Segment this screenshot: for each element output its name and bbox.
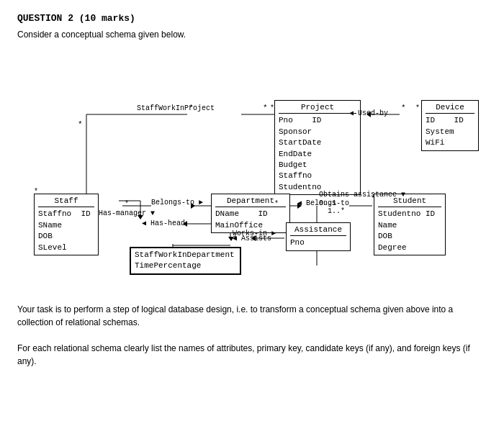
svg-text:*: * xyxy=(401,104,406,112)
department-fields: DName IDMainOffice xyxy=(215,209,286,231)
obtains-label: Obtains-assistance ▼ xyxy=(319,191,405,199)
assists-label: ◀ Assists xyxy=(233,234,271,243)
star-device: * xyxy=(415,104,420,112)
belongsto-student-cardinality: 1..* xyxy=(328,207,345,215)
device-title: Device xyxy=(426,102,474,114)
footer-line2: For each relational schema clearly list … xyxy=(17,342,487,368)
staffworkinproject-label: StaffWorkInProject xyxy=(137,104,215,112)
project-fields: Pno IDSponsorStartDateEndDateBudgetStaff… xyxy=(279,115,356,193)
student-entity: Student Studentno IDNameDOBDegree xyxy=(374,194,446,255)
star-staff-top: * xyxy=(34,188,38,196)
staff-entity: Staff Staffno IDSNameDOBSLevel xyxy=(34,194,99,255)
swd-line2: TimePercentage xyxy=(135,260,236,271)
assistance-fields: Pno xyxy=(290,237,346,248)
staff-title: Staff xyxy=(38,196,94,207)
intro-text: Consider a conceptual schema given below… xyxy=(17,30,487,40)
project-title: Project xyxy=(279,102,356,114)
footer-line1: Your task is to perform a step of logica… xyxy=(17,303,487,329)
device-entity: Device ID IDSystemWiFi xyxy=(421,100,479,151)
question-title: QUESTION 2 (10 marks) xyxy=(17,13,487,24)
diagram-container: * * * * xyxy=(18,51,486,296)
project-entity: Project Pno IDSponsorStartDateEndDateBud… xyxy=(274,100,361,195)
star-belongs-staff: * xyxy=(125,200,129,208)
usedby-label: ◀ Used-by xyxy=(349,109,388,117)
assistance-entity: Assistance Pno xyxy=(286,222,351,251)
student-fields: Studentno IDNameDOBDegree xyxy=(378,209,441,253)
assistance-title: Assistance xyxy=(290,225,346,236)
device-fields: ID IDSystemWiFi xyxy=(426,115,474,148)
belongsto-student-label: ◀ Belongs-to xyxy=(297,199,349,207)
footer-section: Your task is to perform a step of logica… xyxy=(17,303,487,368)
diagram-svg: * * * * xyxy=(18,51,486,296)
hashead-label: ◀ Has-head xyxy=(142,219,185,227)
star-worksinproject-right: * xyxy=(270,104,274,112)
hasmanager-label: Has-manager ▼ xyxy=(99,209,155,217)
staff-fields: Staffno IDSNameDOBSLevel xyxy=(38,209,94,253)
star-belongs-dept: * xyxy=(274,200,279,208)
svg-text:*: * xyxy=(263,104,268,112)
staffworkindepartment-entity: StaffWorkInDepartment TimePercentage xyxy=(130,247,241,275)
svg-text:*: * xyxy=(78,120,83,129)
swd-line1: StaffWorkInDepartment xyxy=(135,250,236,260)
belongsto-label: Belongs-to ► xyxy=(151,199,203,207)
